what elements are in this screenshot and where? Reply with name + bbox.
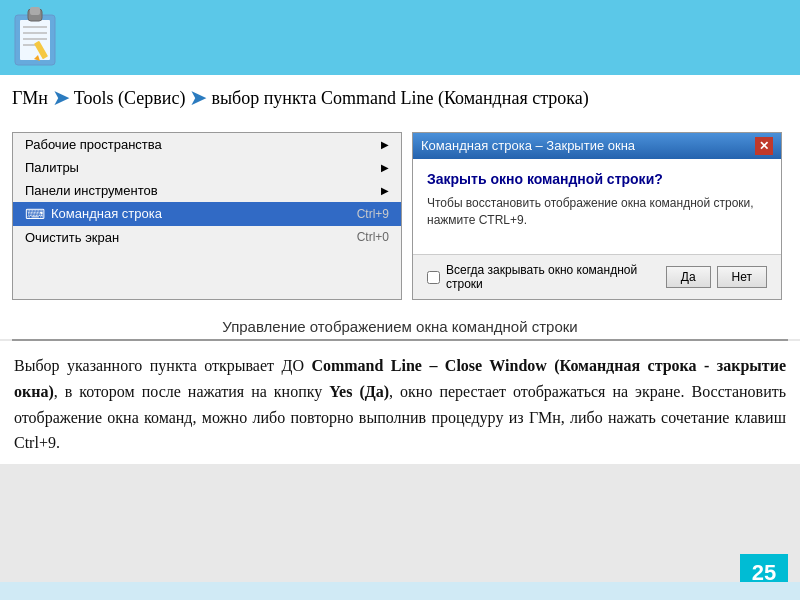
menu-item-toolbars-label: Панели инструментов (25, 183, 158, 198)
dialog-body: Закрыть окно командной строки? Чтобы вос… (413, 159, 781, 255)
dialog-title: Командная строка – Закрытие окна (421, 138, 635, 153)
dialog-buttons: Да Нет (666, 266, 767, 288)
header-prefix: ГМн (12, 86, 48, 111)
menu-item-workspaces-label: Рабочие пространства (25, 137, 162, 152)
menu-panel: Рабочие пространства Палитры Панели инст… (12, 132, 402, 301)
svg-rect-3 (30, 7, 40, 15)
app-icon (10, 5, 60, 70)
top-bar (0, 0, 800, 75)
menu-item-workspaces[interactable]: Рабочие пространства (13, 133, 401, 156)
yes-button[interactable]: Да (666, 266, 711, 288)
menu-item-commandline-label: Командная строка (51, 206, 357, 221)
header-section: ГМн ➤ Tools (Сервис) ➤ выбор пункта Comm… (0, 75, 800, 122)
always-close-checkbox[interactable] (427, 271, 440, 284)
arrow-icon-2: ➤ (189, 83, 207, 114)
menu-item-palettes-label: Палитры (25, 160, 79, 175)
menu-item-palettes[interactable]: Палитры (13, 156, 401, 179)
menu-shortcut-clearscreen: Ctrl+0 (357, 230, 389, 244)
menu-item-clearscreen-label: Очистить экран (25, 230, 357, 245)
menu-item-toolbars[interactable]: Панели инструментов (13, 179, 401, 202)
menu-shortcut-commandline: Ctrl+9 (357, 207, 389, 221)
dialog-question: Закрыть окно командной строки? (427, 171, 767, 187)
dialog-close-button[interactable]: ✕ (755, 137, 773, 155)
arrow-icon-1: ➤ (52, 83, 70, 114)
command-line-bold: Command Line – Close Window (Командная с… (14, 357, 786, 400)
dialog-info: Чтобы восстановить отображение окна кома… (427, 195, 767, 229)
dialog-panel: Командная строка – Закрытие окна ✕ Закры… (412, 132, 782, 301)
main-text-content: Выбор указанного пункта открывает ДО Com… (14, 357, 786, 451)
screenshot-area: Рабочие пространства Палитры Панели инст… (0, 122, 800, 311)
yes-bold: Yes (Да) (329, 383, 389, 400)
menu-item-commandline[interactable]: ⌨ Командная строка Ctrl+9 (13, 202, 401, 226)
bottom-bar (0, 582, 800, 600)
no-button[interactable]: Нет (717, 266, 767, 288)
header-tools: Tools (Сервис) (74, 86, 186, 111)
dialog-footer: Всегда закрывать окно командной строки Д… (413, 254, 781, 299)
always-close-label: Всегда закрывать окно командной строки (446, 263, 666, 291)
dialog-checkbox-area: Всегда закрывать окно командной строки (427, 263, 666, 291)
dialog-titlebar: Командная строка – Закрытие окна ✕ (413, 133, 781, 159)
menu-item-clearscreen[interactable]: Очистить экран Ctrl+0 (13, 226, 401, 249)
menu-icon-commandline: ⌨ (25, 206, 45, 222)
caption: Управление отображением окна командной с… (0, 310, 800, 339)
header-command: выбор пункта Command Line (Командная стр… (211, 86, 588, 111)
main-text: Выбор указанного пункта открывает ДО Com… (0, 341, 800, 463)
